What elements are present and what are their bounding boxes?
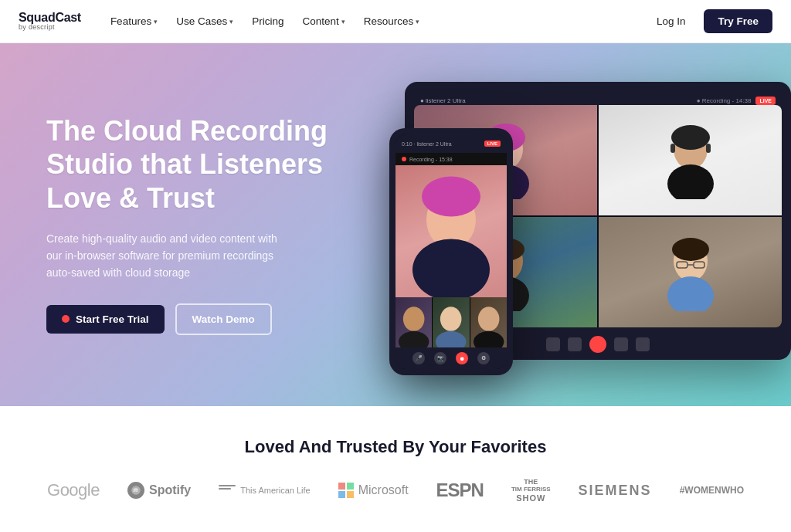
phone-top-bar: 0:10 · listener 2 Ultra LIVE <box>396 134 507 153</box>
try-free-button[interactable]: Try Free <box>704 9 772 33</box>
svg-point-20 <box>403 307 425 331</box>
control-icon <box>546 337 560 351</box>
womenwho-logo: #WOMENWHO <box>680 485 744 496</box>
login-button[interactable]: Log In <box>647 11 695 32</box>
hero-title: The Cloud Recording Studio that Listener… <box>46 114 340 215</box>
logo[interactable]: SquadCast by descript <box>19 11 81 32</box>
svg-point-18 <box>412 239 490 298</box>
phone-person-avatar <box>396 165 507 297</box>
microsoft-icon <box>338 483 354 498</box>
spotify-text: Spotify <box>149 483 191 497</box>
espn-logo: ESPN <box>436 479 484 501</box>
svg-point-22 <box>440 307 462 331</box>
phone-bottom-bar: 🎤 📷 ⏺ ⚙ <box>396 347 507 369</box>
nav-features[interactable]: Features ▾ <box>103 11 165 32</box>
start-trial-button[interactable]: Start Free Trial <box>46 305 165 334</box>
phone-camera-icon[interactable]: 📷 <box>434 352 446 364</box>
control-icon <box>614 337 628 351</box>
svg-rect-7 <box>706 144 711 153</box>
control-icon <box>568 337 582 351</box>
phone-sub-video-3 <box>470 297 507 347</box>
siemens-text: SIEMENS <box>579 483 652 499</box>
recording-time-text: Recording - 15:38 <box>409 157 453 162</box>
american-life-logo: This American Life <box>219 485 310 496</box>
record-button[interactable] <box>589 336 606 353</box>
nav-use-cases[interactable]: Use Cases ▾ <box>168 11 241 32</box>
phone-mic-icon[interactable]: 🎤 <box>412 352 425 364</box>
svg-point-21 <box>399 331 429 347</box>
phone-sub-videos <box>396 297 507 347</box>
record-dot-icon <box>62 315 70 323</box>
spotify-svg <box>131 485 141 496</box>
logo-sub: by descript <box>19 24 81 32</box>
person-avatar-2 <box>660 122 721 199</box>
phone-header-text: 0:10 · listener 2 Ultra <box>402 141 452 147</box>
tal-line-1 <box>219 485 236 486</box>
phone-main-video <box>396 165 507 297</box>
chevron-down-icon: ▾ <box>229 18 233 25</box>
svg-point-13 <box>672 238 709 261</box>
tim-ferriss-container: THE TIM FERRISS SHOW <box>511 479 551 503</box>
logos-row: Google Spotify This American Life <box>31 479 760 503</box>
ms-sq-blue <box>338 491 345 498</box>
svg-point-12 <box>667 276 714 311</box>
svg-point-23 <box>436 331 466 347</box>
nav-pricing[interactable]: Pricing <box>244 11 291 32</box>
control-icon <box>636 337 650 351</box>
svg-point-25 <box>474 331 504 347</box>
nav-content[interactable]: Content ▾ <box>294 11 352 32</box>
ms-sq-yellow <box>347 491 354 498</box>
chevron-down-icon: ▾ <box>341 18 345 25</box>
microsoft-text: Microsoft <box>358 483 409 497</box>
phone-screen: 0:10 · listener 2 Ultra LIVE Recording -… <box>396 134 507 369</box>
hero-content: The Cloud Recording Studio that Listener… <box>46 114 340 335</box>
espn-text: ESPN <box>436 479 484 501</box>
svg-rect-6 <box>670 144 675 153</box>
nav-links: Features ▾ Use Cases ▾ Pricing Content ▾… <box>103 11 647 32</box>
tal-line-2 <box>219 488 231 490</box>
svg-point-5 <box>671 125 710 150</box>
person-avatar-4 <box>660 234 721 311</box>
spotify-logo: Spotify <box>127 482 191 499</box>
microsoft-logo: Microsoft <box>338 483 409 498</box>
chevron-down-icon: ▾ <box>154 18 158 25</box>
siemens-logo: SIEMENS <box>579 483 652 499</box>
watch-demo-button[interactable]: Watch Demo <box>175 303 272 335</box>
phone-mockup: 0:10 · listener 2 Ultra LIVE Recording -… <box>389 128 513 375</box>
svg-point-19 <box>422 177 480 217</box>
phone-sub-video-2 <box>433 297 469 347</box>
google-logo: Google <box>47 480 100 500</box>
phone-record-icon[interactable]: ⏺ <box>456 352 468 364</box>
spotify-icon <box>127 482 144 499</box>
google-text: Google <box>47 480 100 500</box>
svg-point-4 <box>667 164 714 199</box>
svg-point-24 <box>478 307 500 331</box>
logo-brand: SquadCast <box>19 11 81 25</box>
phone-settings-icon[interactable]: ⚙ <box>477 352 490 364</box>
tal-icon <box>219 485 236 496</box>
recording-dot-icon <box>402 157 406 161</box>
navbar: SquadCast by descript Features ▾ Use Cas… <box>0 0 791 43</box>
tablet-header-text: ● listener 2 Ultra <box>420 97 466 104</box>
nav-actions: Log In Try Free <box>647 9 772 33</box>
tim-ferriss-show: SHOW <box>511 493 551 503</box>
hero-section: The Cloud Recording Studio that Listener… <box>0 43 791 406</box>
american-life-text: This American Life <box>240 486 310 495</box>
hero-buttons: Start Free Trial Watch Demo <box>46 303 340 335</box>
nav-resources[interactable]: Resources ▾ <box>356 11 428 32</box>
sub-avatar-3 <box>470 297 507 347</box>
hero-description: Create high-quality audio and video cont… <box>46 230 294 282</box>
tablet-header: ● listener 2 Ultra ● Recording - 14:38 L… <box>420 93 776 108</box>
live-badge: LIVE <box>755 97 776 105</box>
ms-sq-green <box>347 483 354 490</box>
phone-recording-bar: Recording - 15:38 <box>396 153 507 165</box>
video-cell-4 <box>599 217 782 327</box>
tim-ferriss-logo: THE TIM FERRISS SHOW <box>511 479 551 503</box>
svg-point-26 <box>131 486 141 496</box>
phone-live-badge: LIVE <box>484 141 501 147</box>
hero-images: ● listener 2 Ultra ● Recording - 14:38 L… <box>366 59 791 391</box>
sub-avatar-1 <box>396 297 432 347</box>
chevron-down-icon: ▾ <box>416 18 419 25</box>
phone-sub-video-1 <box>396 297 432 347</box>
trusted-title: Loved And Trusted By Your Favorites <box>31 437 760 457</box>
